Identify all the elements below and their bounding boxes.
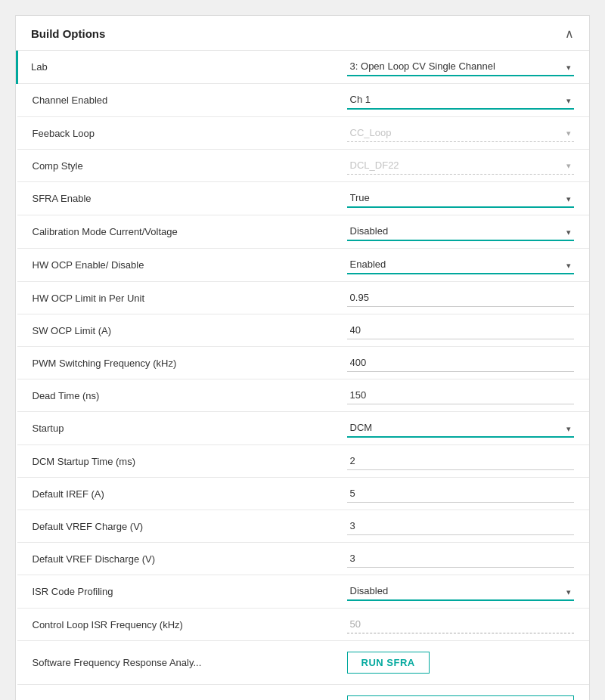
select-sfra_enable[interactable]: TrueFalse — [347, 189, 574, 208]
select-wrapper-startup: DCMOther▾ — [347, 419, 574, 438]
row-feedback_loop: Feeback LoopCC_Loop▾ — [17, 117, 590, 150]
value-startup[interactable]: DCMOther▾ — [332, 412, 589, 445]
input-default_vref_discharge[interactable] — [347, 550, 574, 568]
row-hw_ocp_limit: HW OCP Limit in Per Unit — [17, 282, 590, 314]
sfra-value-cell: RUN SFRA — [332, 641, 589, 685]
value-pwm_freq[interactable] — [332, 347, 589, 379]
value-dcm_startup_time[interactable] — [332, 445, 589, 478]
value-hw_ocp_enable[interactable]: EnabledDisabled▾ — [332, 249, 589, 282]
build-options-panel: Build Options ∧ Lab3: Open Loop CV Singl… — [15, 15, 590, 700]
value-sfra_enable[interactable]: TrueFalse▾ — [332, 182, 589, 215]
label-comp_style: Comp Style — [17, 150, 332, 182]
select-wrapper-isr_code_profiling: DisabledEnabled▾ — [347, 582, 574, 601]
input-hw_ocp_limit[interactable] — [347, 289, 574, 307]
panel-header: Build Options ∧ — [16, 16, 589, 51]
sfra-label: Software Frequency Response Analy... — [17, 641, 332, 685]
row-startup: StartupDCMOther▾ — [17, 412, 590, 445]
row-dead_time: Dead Time (ns) — [17, 379, 590, 412]
row-sw_ocp_limit: SW OCP Limit (A) — [17, 314, 590, 347]
value-channel_enabled[interactable]: Ch 1▾ — [332, 84, 589, 117]
row-default_vref_charge: Default VREF Charge (V) — [17, 510, 590, 543]
row-pwm_freq: PWM Switching Frequency (kHz) — [17, 347, 590, 379]
value-calibration_mode[interactable]: DisabledEnabled▾ — [332, 215, 589, 249]
value-sw_ocp_limit[interactable] — [332, 314, 589, 347]
value-comp_style[interactable]: DCL_DF22▾ — [332, 150, 589, 182]
select-hw_ocp_enable[interactable]: EnabledDisabled — [347, 256, 574, 274]
select-wrapper-calibration_mode: DisabledEnabled▾ — [347, 222, 574, 241]
select-wrapper-lab: 3: Open Loop CV Single Channel▾ — [347, 57, 574, 76]
value-isr_code_profiling[interactable]: DisabledEnabled▾ — [332, 575, 589, 609]
input-default_iref[interactable] — [347, 485, 574, 503]
row-comp_style: Comp StyleDCL_DF22▾ — [17, 150, 590, 182]
collapse-icon[interactable]: ∧ — [565, 26, 574, 41]
compensation-row: Compensation DesignerRUN COMPENSATION DE… — [17, 685, 590, 701]
row-sfra_enable: SFRA EnableTrueFalse▾ — [17, 182, 590, 215]
label-default_vref_discharge: Default VREF Discharge (V) — [17, 543, 332, 575]
label-calibration_mode: Calibration Mode Current/Voltage — [17, 215, 332, 249]
row-isr_code_profiling: ISR Code ProfilingDisabledEnabled▾ — [17, 575, 590, 609]
label-control_loop_isr: Control Loop ISR Frequency (kHz) — [17, 609, 332, 641]
select-channel_enabled[interactable]: Ch 1 — [347, 91, 574, 110]
input-dead_time[interactable] — [347, 386, 574, 404]
label-hw_ocp_limit: HW OCP Limit in Per Unit — [17, 282, 332, 314]
compensation-value-cell: RUN COMPENSATION DESIGNER — [332, 685, 589, 701]
label-lab: Lab — [17, 51, 332, 84]
select-wrapper-sfra_enable: TrueFalse▾ — [347, 189, 574, 208]
select-isr_code_profiling[interactable]: DisabledEnabled — [347, 582, 574, 601]
select-wrapper-feedback_loop: CC_Loop▾ — [347, 124, 574, 142]
select-wrapper-comp_style: DCL_DF22▾ — [347, 156, 574, 175]
label-sfra_enable: SFRA Enable — [17, 182, 332, 215]
sfra-row: Software Frequency Response Analy...RUN … — [17, 641, 590, 685]
label-sw_ocp_limit: SW OCP Limit (A) — [17, 314, 332, 347]
label-isr_code_profiling: ISR Code Profiling — [17, 575, 332, 609]
label-hw_ocp_enable: HW OCP Enable/ Disable — [17, 249, 332, 282]
row-calibration_mode: Calibration Mode Current/VoltageDisabled… — [17, 215, 590, 249]
panel-title: Build Options — [31, 27, 105, 40]
label-pwm_freq: PWM Switching Frequency (kHz) — [17, 347, 332, 379]
value-control_loop_isr — [332, 609, 589, 641]
row-default_iref: Default IREF (A) — [17, 478, 590, 510]
input-dcm_startup_time[interactable] — [347, 452, 574, 470]
select-feedback_loop: CC_Loop — [347, 124, 574, 142]
row-dcm_startup_time: DCM Startup Time (ms) — [17, 445, 590, 478]
select-lab[interactable]: 3: Open Loop CV Single Channel — [347, 57, 574, 76]
label-feedback_loop: Feeback Loop — [17, 117, 332, 150]
select-startup[interactable]: DCMOther — [347, 419, 574, 438]
select-calibration_mode[interactable]: DisabledEnabled — [347, 222, 574, 241]
row-control_loop_isr: Control Loop ISR Frequency (kHz) — [17, 609, 590, 641]
input-default_vref_charge[interactable] — [347, 517, 574, 535]
run-sfra-button[interactable]: RUN SFRA — [347, 652, 430, 674]
value-feedback_loop[interactable]: CC_Loop▾ — [332, 117, 589, 150]
label-channel_enabled: Channel Enabled — [17, 84, 332, 117]
label-default_vref_charge: Default VREF Charge (V) — [17, 510, 332, 543]
value-default_vref_charge[interactable] — [332, 510, 589, 543]
run-compensation-designer-button[interactable]: RUN COMPENSATION DESIGNER — [347, 695, 574, 700]
input-sw_ocp_limit[interactable] — [347, 321, 574, 339]
select-wrapper-channel_enabled: Ch 1▾ — [347, 91, 574, 110]
select-wrapper-hw_ocp_enable: EnabledDisabled▾ — [347, 256, 574, 274]
row-hw_ocp_enable: HW OCP Enable/ DisableEnabledDisabled▾ — [17, 249, 590, 282]
input-pwm_freq[interactable] — [347, 354, 574, 372]
value-default_vref_discharge[interactable] — [332, 543, 589, 575]
select-comp_style: DCL_DF22 — [347, 156, 574, 175]
value-lab[interactable]: 3: Open Loop CV Single Channel▾ — [332, 51, 589, 84]
compensation-label: Compensation Designer — [17, 685, 332, 701]
options-table: Lab3: Open Loop CV Single Channel▾Channe… — [16, 51, 589, 700]
label-dead_time: Dead Time (ns) — [17, 379, 332, 412]
label-startup: Startup — [17, 412, 332, 445]
value-dead_time[interactable] — [332, 379, 589, 412]
row-default_vref_discharge: Default VREF Discharge (V) — [17, 543, 590, 575]
value-default_iref[interactable] — [332, 478, 589, 510]
value-hw_ocp_limit[interactable] — [332, 282, 589, 314]
input-control_loop_isr — [347, 615, 574, 633]
row-lab: Lab3: Open Loop CV Single Channel▾ — [17, 51, 590, 84]
row-channel_enabled: Channel EnabledCh 1▾ — [17, 84, 590, 117]
label-dcm_startup_time: DCM Startup Time (ms) — [17, 445, 332, 478]
label-default_iref: Default IREF (A) — [17, 478, 332, 510]
